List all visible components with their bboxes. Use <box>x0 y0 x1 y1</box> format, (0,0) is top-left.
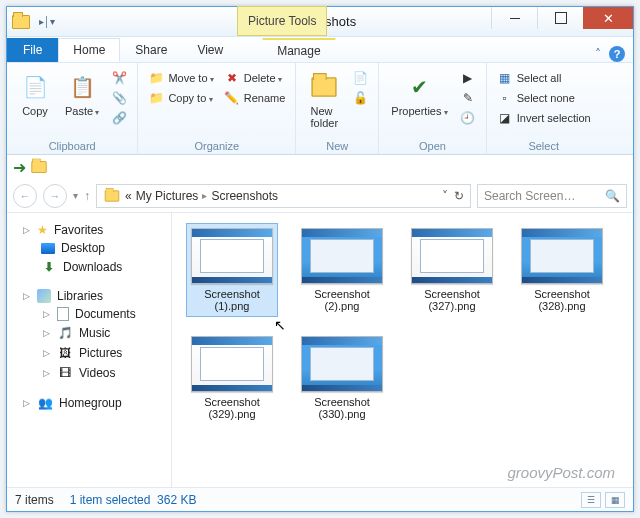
cut-button[interactable]: ✂️ <box>109 69 129 87</box>
group-select: ▦Select all ▫Select none ◪Invert selecti… <box>487 63 601 154</box>
qat-dropdown[interactable]: ▸│▾ <box>39 16 55 27</box>
select-none-button[interactable]: ▫Select none <box>495 89 593 107</box>
address-dropdown-icon[interactable]: ˅ <box>442 189 448 203</box>
address-folder-icon <box>105 190 119 201</box>
thumbnails-view-button[interactable]: ▦ <box>605 492 625 508</box>
nav-videos[interactable]: ▷🎞Videos <box>11 363 167 383</box>
quick-access-toolbar: ▸│▾ <box>35 16 55 27</box>
file-list[interactable]: Screenshot (1).pngScreenshot (2).pngScre… <box>172 213 633 487</box>
location-folder-icon[interactable] <box>31 161 46 173</box>
paste-shortcut-button[interactable]: 🔗 <box>109 109 129 127</box>
nav-pictures[interactable]: ▷🖼Pictures <box>11 343 167 363</box>
ribbon-home: 📄Copy 📋Paste ✂️ 📎 🔗 Clipboard 📁Move to 📁… <box>7 63 633 155</box>
desktop-icon <box>41 243 55 254</box>
crumb-overflow[interactable]: « <box>125 189 132 203</box>
quick-bar: ➜ <box>7 155 633 179</box>
group-open: ✔Properties ▶ ✎ 🕘 Open <box>379 63 486 154</box>
search-placeholder: Search Screen… <box>484 189 575 203</box>
file-thumbnail <box>191 336 273 392</box>
pictures-icon: 🖼 <box>57 345 73 361</box>
properties-button[interactable]: ✔Properties <box>387 69 451 119</box>
file-name-label: Screenshot (330).png <box>301 396 383 420</box>
status-item-count: 7 items <box>15 493 54 507</box>
details-view-button[interactable]: ☰ <box>581 492 601 508</box>
history-button[interactable]: 🕘 <box>458 109 478 127</box>
address-bar-row: ← → ▾ ↑ « My Pictures ▸ Screenshots ˅ ↻ … <box>7 179 633 213</box>
rename-button[interactable]: ✏️Rename <box>222 89 288 107</box>
title-bar: ▸│▾ Screenshots Picture Tools ✕ <box>7 7 633 37</box>
explorer-window: ▸│▾ Screenshots Picture Tools ✕ File Hom… <box>6 6 634 512</box>
file-thumbnail <box>301 336 383 392</box>
file-name-label: Screenshot (1).png <box>191 288 273 312</box>
nav-documents[interactable]: ▷Documents <box>11 305 167 323</box>
nav-downloads[interactable]: ⬇Downloads <box>11 257 167 277</box>
collapse-ribbon-icon[interactable]: ˄ <box>595 47 601 61</box>
file-name-label: Screenshot (327).png <box>411 288 493 312</box>
search-icon: 🔍 <box>605 189 620 203</box>
crumb-screenshots[interactable]: Screenshots <box>211 189 278 203</box>
file-item[interactable]: Screenshot (330).png <box>296 331 388 425</box>
status-bar: 7 items 1 item selected 362 KB ☰ ▦ <box>7 487 633 511</box>
forward-button[interactable]: → <box>43 184 67 208</box>
group-clipboard: 📄Copy 📋Paste ✂️ 📎 🔗 Clipboard <box>7 63 138 154</box>
downloads-icon: ⬇ <box>41 259 57 275</box>
music-icon: 🎵 <box>57 325 73 341</box>
tab-view[interactable]: View <box>182 38 238 62</box>
tab-file[interactable]: File <box>7 38 58 62</box>
crumb-sep-icon: ▸ <box>202 190 207 201</box>
delete-button[interactable]: ✖Delete <box>222 69 288 87</box>
copy-to-button[interactable]: 📁Copy to <box>146 89 215 107</box>
navigation-pane[interactable]: ▷★Favorites Desktop ⬇Downloads ▷Librarie… <box>7 213 172 487</box>
help-icon[interactable]: ? <box>609 46 625 62</box>
location-arrow-icon[interactable]: ➜ <box>13 158 26 177</box>
documents-icon <box>57 307 69 321</box>
copy-path-button[interactable]: 📎 <box>109 89 129 107</box>
maximize-button[interactable] <box>537 7 583 29</box>
minimize-button[interactable] <box>491 7 537 29</box>
edit-button[interactable]: ✎ <box>458 89 478 107</box>
libraries-icon <box>37 289 51 303</box>
file-item[interactable]: Screenshot (327).png <box>406 223 498 317</box>
search-input[interactable]: Search Screen… 🔍 <box>477 184 627 208</box>
open-button[interactable]: ▶ <box>458 69 478 87</box>
tab-home[interactable]: Home <box>58 38 120 62</box>
close-button[interactable]: ✕ <box>583 7 633 29</box>
up-button[interactable]: ↑ <box>84 189 90 203</box>
file-item[interactable]: Screenshot (2).png <box>296 223 388 317</box>
nav-homegroup[interactable]: ▷👥Homegroup <box>11 393 167 413</box>
recent-locations-button[interactable]: ▾ <box>73 190 78 201</box>
group-new: New folder 📄 🔓 New <box>296 63 379 154</box>
nav-favorites[interactable]: ▷★Favorites <box>11 221 167 239</box>
new-folder-button[interactable]: New folder <box>304 69 344 131</box>
file-name-label: Screenshot (329).png <box>191 396 273 420</box>
paste-button[interactable]: 📋Paste <box>61 69 103 119</box>
copy-button[interactable]: 📄Copy <box>15 69 55 119</box>
nav-desktop[interactable]: Desktop <box>11 239 167 257</box>
new-item-button[interactable]: 📄 <box>350 69 370 87</box>
select-all-button[interactable]: ▦Select all <box>495 69 593 87</box>
crumb-my-pictures[interactable]: My Pictures <box>136 189 199 203</box>
invert-selection-button[interactable]: ◪Invert selection <box>495 109 593 127</box>
easy-access-button[interactable]: 🔓 <box>350 89 370 107</box>
homegroup-icon: 👥 <box>37 395 53 411</box>
system-menu-icon[interactable] <box>7 8 35 36</box>
file-thumbnail <box>521 228 603 284</box>
move-to-button[interactable]: 📁Move to <box>146 69 215 87</box>
address-bar[interactable]: « My Pictures ▸ Screenshots ˅ ↻ <box>96 184 471 208</box>
nav-libraries[interactable]: ▷Libraries <box>11 287 167 305</box>
contextual-tab-label: Picture Tools <box>237 6 327 36</box>
file-item[interactable]: Screenshot (1).png <box>186 223 278 317</box>
status-size: 362 KB <box>157 493 196 507</box>
file-name-label: Screenshot (328).png <box>521 288 603 312</box>
ribbon-tabs: File Home Share View Manage ˄ ? <box>7 37 633 63</box>
file-thumbnail <box>301 228 383 284</box>
tab-manage[interactable]: Manage <box>262 38 335 62</box>
status-selection: 1 item selected <box>70 493 151 507</box>
file-item[interactable]: Screenshot (328).png <box>516 223 608 317</box>
file-item[interactable]: Screenshot (329).png <box>186 331 278 425</box>
back-button[interactable]: ← <box>13 184 37 208</box>
refresh-icon[interactable]: ↻ <box>454 189 464 203</box>
nav-music[interactable]: ▷🎵Music <box>11 323 167 343</box>
file-thumbnail <box>411 228 493 284</box>
tab-share[interactable]: Share <box>120 38 182 62</box>
